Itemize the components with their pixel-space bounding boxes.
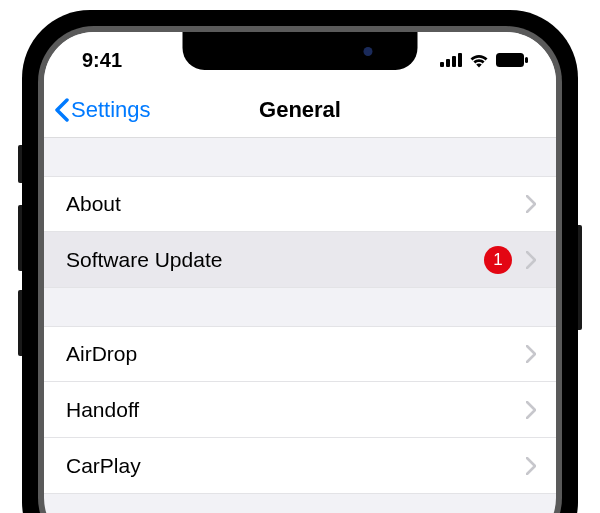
row-label: CarPlay — [66, 454, 141, 478]
chevron-right-icon — [526, 401, 536, 419]
volume-up-button — [18, 205, 22, 271]
wifi-icon — [468, 53, 490, 68]
mute-switch — [18, 145, 22, 183]
chevron-right-icon — [526, 345, 536, 363]
chevron-right-icon — [526, 195, 536, 213]
row-carplay[interactable]: CarPlay — [44, 438, 556, 494]
row-accessory: 1 — [484, 246, 536, 274]
row-label: About — [66, 192, 121, 216]
page-title: General — [259, 97, 341, 123]
settings-group: AirDrop Handoff CarPlay — [44, 326, 556, 494]
row-label: Software Update — [66, 248, 222, 272]
settings-group: About Software Update 1 — [44, 176, 556, 288]
svg-rect-4 — [496, 53, 524, 67]
notification-badge: 1 — [484, 246, 512, 274]
row-accessory — [526, 345, 536, 363]
status-time: 9:41 — [82, 49, 122, 72]
phone-frame: 9:41 Settings General About — [22, 10, 578, 513]
battery-icon — [496, 53, 528, 67]
row-label: Handoff — [66, 398, 139, 422]
nav-bar: Settings General — [44, 82, 556, 138]
chevron-right-icon — [526, 457, 536, 475]
chevron-right-icon — [526, 251, 536, 269]
row-airdrop[interactable]: AirDrop — [44, 326, 556, 382]
back-label: Settings — [71, 97, 151, 123]
row-accessory — [526, 401, 536, 419]
row-label: AirDrop — [66, 342, 137, 366]
svg-rect-3 — [458, 53, 462, 67]
chevron-left-icon — [54, 98, 69, 122]
status-icons — [440, 53, 528, 68]
back-button[interactable]: Settings — [54, 97, 151, 123]
row-software-update[interactable]: Software Update 1 — [44, 232, 556, 288]
content[interactable]: About Software Update 1 — [44, 176, 556, 494]
svg-rect-2 — [452, 56, 456, 67]
notch — [183, 32, 418, 70]
svg-rect-0 — [440, 62, 444, 67]
svg-rect-5 — [525, 57, 528, 63]
front-camera-icon — [364, 47, 373, 56]
row-about[interactable]: About — [44, 176, 556, 232]
row-handoff[interactable]: Handoff — [44, 382, 556, 438]
phone-bezel: 9:41 Settings General About — [38, 26, 562, 513]
svg-rect-1 — [446, 59, 450, 67]
row-accessory — [526, 195, 536, 213]
power-button — [578, 225, 582, 330]
screen: 9:41 Settings General About — [44, 32, 556, 513]
volume-down-button — [18, 290, 22, 356]
row-accessory — [526, 457, 536, 475]
cellular-icon — [440, 53, 462, 67]
